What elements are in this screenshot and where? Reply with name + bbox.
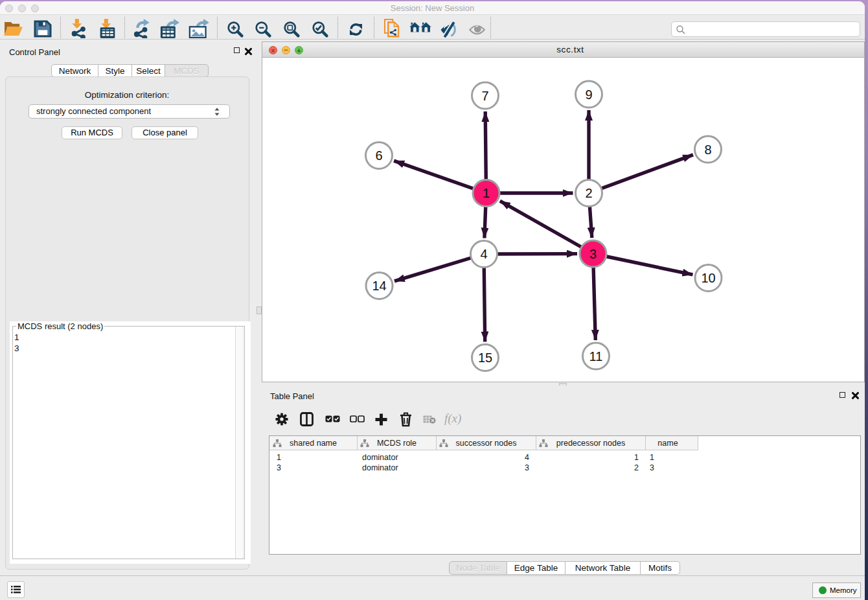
svg-text:3: 3 bbox=[589, 247, 597, 261]
svg-text:1: 1 bbox=[483, 186, 490, 200]
svg-text:9: 9 bbox=[585, 87, 592, 102]
svg-text:15: 15 bbox=[478, 351, 492, 365]
svg-text:10: 10 bbox=[701, 271, 715, 285]
svg-text:4: 4 bbox=[480, 247, 487, 261]
svg-text:7: 7 bbox=[481, 89, 488, 103]
svg-text:14: 14 bbox=[372, 279, 386, 293]
svg-text:2: 2 bbox=[585, 186, 592, 200]
svg-text:8: 8 bbox=[704, 143, 711, 157]
svg-text:6: 6 bbox=[375, 148, 382, 163]
svg-text:11: 11 bbox=[589, 349, 603, 363]
